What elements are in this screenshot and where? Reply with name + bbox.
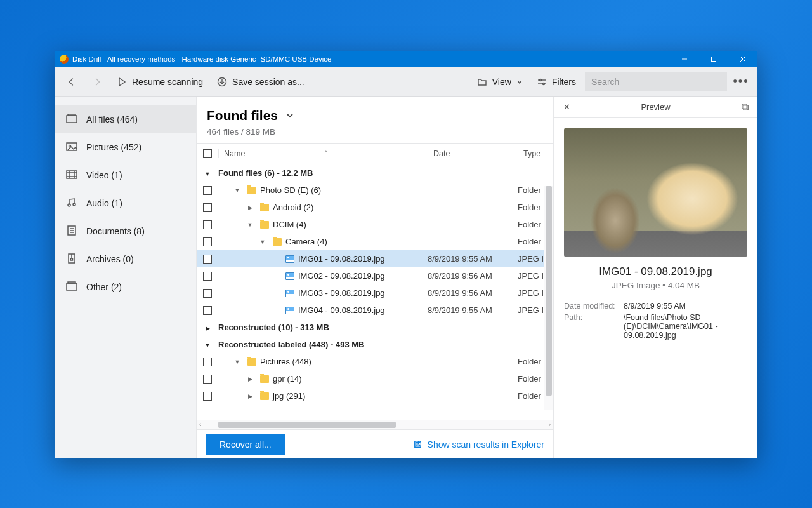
window-buttons (670, 51, 757, 67)
sidebar-item[interactable]: Audio (1) (55, 189, 196, 217)
titlebar: Disk Drill - All recovery methods - Hard… (55, 51, 757, 67)
row-checkbox[interactable] (203, 289, 212, 298)
filters-button[interactable]: Filters (532, 74, 581, 90)
svg-rect-31 (743, 105, 747, 110)
row-checkbox[interactable] (203, 392, 212, 401)
expand-caret-icon[interactable] (206, 323, 210, 332)
row-checkbox[interactable] (203, 306, 212, 315)
close-button[interactable] (728, 51, 757, 67)
sidebar-item-label: Other (2) (86, 282, 122, 292)
image-icon (285, 290, 294, 297)
folder-row[interactable]: Android (2)Folder (197, 199, 553, 216)
back-button[interactable] (61, 73, 82, 91)
file-row[interactable]: IMG03 - 09.08.2019.jpg8/9/2019 9:56 AMJP… (197, 284, 553, 302)
folder-row[interactable]: DCIM (4)Folder (197, 216, 553, 233)
row-name: Pictures (448) (260, 357, 311, 366)
preview-image (564, 128, 747, 257)
expand-caret-icon[interactable] (244, 204, 256, 211)
folder-icon (247, 187, 256, 194)
expand-caret-icon[interactable] (205, 340, 211, 349)
window-title: Disk Drill - All recovery methods - Hard… (72, 55, 670, 63)
image-icon (285, 272, 294, 280)
column-type[interactable]: Type (518, 149, 553, 158)
svg-rect-1 (712, 57, 716, 62)
sidebar-item[interactable]: Documents (8) (55, 217, 196, 245)
preview-close-button[interactable]: ✕ (560, 102, 573, 112)
column-name[interactable]: Name⌃ (218, 149, 428, 158)
group-row[interactable]: Reconstructed labeled (448) - 493 MB (197, 336, 553, 353)
folder-row[interactable]: Pictures (448)Folder (197, 353, 553, 370)
sidebar-item[interactable]: All files (464) (55, 105, 196, 133)
folder-row[interactable]: Camera (4)Folder (197, 233, 553, 250)
preview-path-label: Path: (564, 313, 624, 340)
image-icon (285, 255, 294, 263)
expand-caret-icon[interactable] (256, 239, 269, 245)
preview-copy-button[interactable] (738, 103, 751, 111)
row-checkbox[interactable] (203, 237, 212, 246)
sidebar-item[interactable]: Pictures (452) (55, 133, 196, 161)
preview-panel: ✕ Preview IMG01 - 09.08.2019.jpg JPEG Im… (553, 97, 757, 458)
row-checkbox[interactable] (203, 358, 212, 366)
folder-row[interactable]: Photo SD (E) (6)Folder (197, 182, 553, 199)
recover-all-button[interactable]: Recover all... (206, 434, 285, 455)
resume-scanning-button[interactable]: Resume scanning (112, 74, 208, 90)
svg-rect-10 (67, 116, 77, 123)
row-name: Android (2) (273, 203, 313, 212)
forward-button[interactable] (86, 73, 108, 91)
chevron-down-icon (285, 111, 294, 120)
app-icon (60, 55, 69, 64)
save-session-label: Save session as... (232, 77, 304, 87)
row-checkbox[interactable] (203, 375, 212, 384)
horizontal-scrollbar[interactable]: ‹ › (197, 420, 553, 429)
minimize-button[interactable] (670, 51, 699, 67)
expand-caret-icon[interactable] (231, 187, 244, 194)
sliders-icon (537, 77, 547, 87)
row-checkbox[interactable] (203, 255, 212, 264)
row-checkbox[interactable] (203, 186, 212, 195)
file-row[interactable]: IMG04 - 09.08.2019.jpg8/9/2019 9:55 AMJP… (197, 302, 553, 319)
preview-date-label: Date modified: (564, 302, 624, 311)
expand-caret-icon[interactable] (205, 168, 211, 178)
main-panel: Found files 464 files / 819 MB Name⌃ Dat… (197, 97, 553, 458)
row-checkbox[interactable] (203, 272, 212, 281)
svg-marker-4 (119, 78, 125, 86)
view-dropdown[interactable]: View (472, 74, 528, 90)
expand-caret-icon[interactable] (231, 359, 244, 365)
folder-row[interactable]: gpr (14)Folder (197, 370, 553, 387)
page-title[interactable]: Found files (207, 108, 543, 123)
sidebar-item[interactable]: Video (1) (55, 161, 196, 189)
download-icon (217, 77, 227, 87)
expand-caret-icon[interactable] (244, 393, 256, 399)
vertical-scrollbar[interactable] (544, 186, 553, 410)
save-session-button[interactable]: Save session as... (212, 74, 310, 90)
group-row[interactable]: Found files (6) - 12.2 MB (197, 164, 553, 182)
sidebar-item-label: Audio (1) (86, 198, 122, 208)
column-date[interactable]: Date (428, 149, 518, 158)
sidebar-item[interactable]: Other (2) (55, 273, 196, 301)
expand-caret-icon[interactable] (244, 376, 256, 382)
row-name: Reconstructed labeled (448) - 493 MB (218, 340, 364, 349)
folder-row[interactable]: jpg (291)Folder (197, 387, 553, 404)
aud-icon (66, 197, 77, 210)
show-in-explorer-link[interactable]: Show scan results in Explorer (413, 439, 544, 450)
row-name: IMG01 - 09.08.2019.jpg (298, 254, 385, 264)
maximize-button[interactable] (699, 51, 728, 67)
svg-rect-32 (742, 104, 746, 109)
select-all-checkbox[interactable] (197, 149, 218, 158)
more-button[interactable]: ••• (731, 75, 751, 88)
row-checkbox[interactable] (203, 220, 212, 229)
svg-rect-14 (67, 171, 77, 178)
sidebar-item-label: Documents (8) (86, 226, 145, 236)
expand-caret-icon[interactable] (244, 222, 256, 228)
folder-icon (260, 392, 269, 400)
row-name: IMG03 - 09.08.2019.jpg (298, 288, 385, 298)
file-row[interactable]: IMG01 - 09.08.2019.jpg8/9/2019 9:55 AMJP… (197, 250, 553, 267)
folder-icon (260, 221, 269, 229)
row-checkbox[interactable] (203, 203, 212, 212)
toolbar: Resume scanning Save session as... View … (55, 67, 757, 97)
file-row[interactable]: IMG02 - 09.08.2019.jpg8/9/2019 9:56 AMJP… (197, 267, 553, 284)
sidebar-item-label: Archives (0) (86, 254, 134, 264)
sidebar-item[interactable]: Archives (0) (55, 245, 196, 273)
group-row[interactable]: Reconstructed (10) - 313 MB (197, 319, 553, 336)
search-input[interactable]: Search (585, 72, 727, 91)
